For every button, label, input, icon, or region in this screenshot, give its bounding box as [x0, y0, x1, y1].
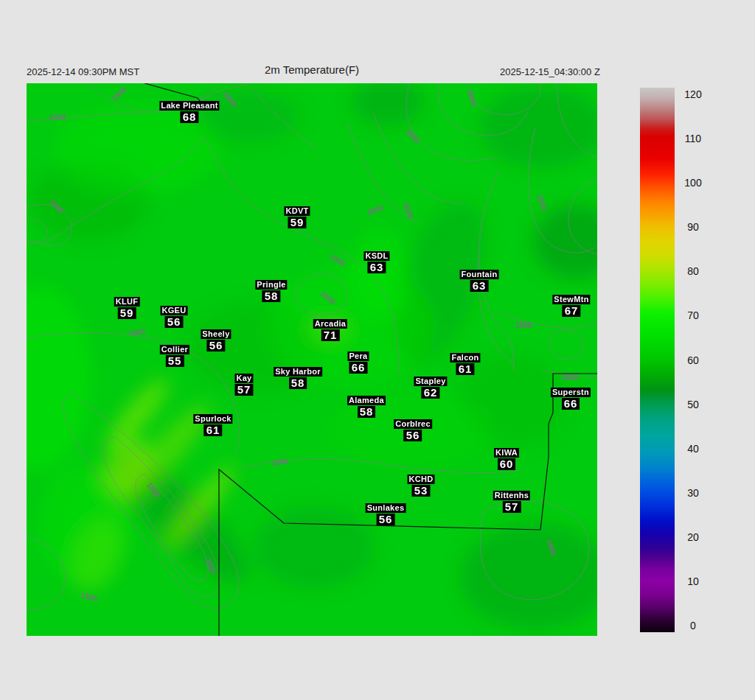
colorbar-tick-120: 120	[684, 88, 701, 100]
weather-map-page: { "header": { "left_timestamp": "2025-12…	[0, 0, 755, 700]
temperature-map: 2000250020001500300030002500250020001500…	[27, 83, 597, 636]
contour-elevation-label: 2000	[562, 374, 578, 382]
colorbar-tick-70: 70	[687, 309, 699, 321]
colorbar-tick-30: 30	[687, 487, 699, 499]
colorbar-ticks: 1201101009080706050403020100	[640, 88, 721, 632]
colorbar-tick-50: 50	[687, 399, 699, 410]
colorbar-tick-10: 10	[687, 575, 699, 587]
timestamp-utc: 2025-12-15_04:30:00 Z	[500, 66, 599, 77]
colorbar-tick-0: 0	[690, 620, 696, 631]
colorbar-tick-40: 40	[687, 443, 699, 455]
colorbar-tick-90: 90	[687, 221, 699, 233]
colorbar-tick-20: 20	[687, 531, 699, 543]
colorbar-tick-100: 100	[684, 177, 701, 189]
terrain-svg	[27, 83, 597, 636]
contour-elevation-label: 1500	[515, 321, 532, 329]
contour-elevation-label: 2000	[49, 113, 66, 122]
colorbar-tick-80: 80	[687, 265, 699, 277]
colorbar-tick-60: 60	[687, 354, 699, 366]
colorbar-tick-110: 110	[685, 133, 701, 144]
